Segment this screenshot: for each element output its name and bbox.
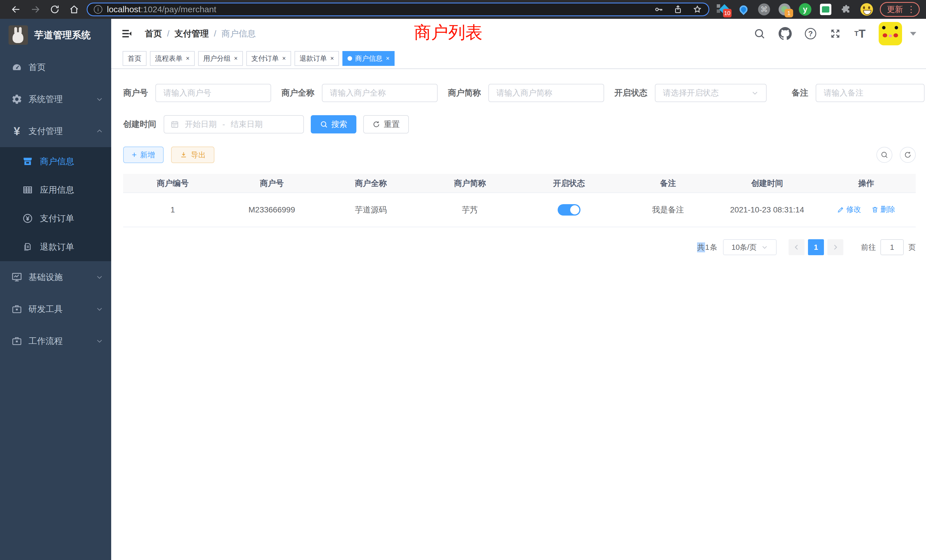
sidebar-toggle-icon[interactable] (121, 28, 133, 39)
breadcrumb-payment[interactable]: 支付管理 (174, 28, 209, 39)
user-avatar[interactable] (879, 22, 902, 45)
cell-operations: 修改 删除 (817, 193, 916, 227)
table-row: 1 M233666999 芋道源码 芋艿 我是备注 2021-10-23 08:… (123, 193, 916, 227)
short-name-input[interactable] (489, 84, 604, 102)
pagination: 共1条 10条/页 1 前往 页 (123, 239, 916, 255)
chevron-up-icon (96, 127, 103, 135)
browser-back-icon[interactable] (10, 4, 22, 15)
sidebar-item-payment[interactable]: ¥ 支付管理 (0, 115, 111, 147)
sidebar-item-dev-tools[interactable]: 研发工具 (0, 293, 111, 325)
app-logo-row[interactable]: 芋道管理系统 (0, 19, 111, 51)
cell-status (519, 193, 618, 227)
browser-toolbar: i localhost:1024/pay/merchant 10 ⌘ 1 y (0, 0, 926, 19)
page-size-select[interactable]: 10条/页 (723, 239, 776, 255)
extension-y-icon[interactable]: y (799, 3, 811, 16)
tab-home[interactable]: 首页 (123, 51, 147, 66)
sidebar-item-system[interactable]: 系统管理 (0, 83, 111, 115)
search-icon[interactable] (754, 28, 766, 39)
grid-icon (21, 185, 34, 195)
end-date-placeholder: 结束日期 (231, 119, 263, 130)
merchant-no-input[interactable] (155, 84, 271, 102)
briefcase-icon (10, 304, 24, 315)
status-select[interactable]: 请选择开启状态 (655, 84, 767, 102)
bookmark-star-icon[interactable] (693, 5, 702, 14)
font-size-icon[interactable]: TT (855, 27, 865, 40)
sidebar-item-workflow[interactable]: 工作流程 (0, 325, 111, 357)
help-icon[interactable]: ? (805, 28, 816, 39)
status-toggle[interactable] (558, 204, 581, 216)
briefcase-icon (10, 336, 24, 347)
fullscreen-icon[interactable] (829, 28, 841, 39)
filter-row-1: 商户号 商户全称 商户简称 开启状态 请选择开启状态 (123, 84, 916, 102)
extension-command-icon[interactable]: ⌘ (758, 3, 770, 16)
close-icon[interactable]: × (186, 55, 189, 62)
site-info-icon[interactable]: i (94, 5, 102, 14)
tags-view-bar: 首页 流程表单× 用户分组× 支付订单× 退款订单× 商户信息× (111, 48, 926, 69)
share-icon[interactable] (673, 5, 683, 14)
tab-pay-order[interactable]: 支付订单× (246, 51, 291, 66)
cell-short-name: 芋艿 (420, 193, 519, 227)
extensions-puzzle-icon[interactable] (840, 3, 852, 16)
remark-input[interactable] (816, 84, 924, 102)
extension-chat-icon[interactable] (819, 3, 832, 16)
create-time-range-picker[interactable]: 开始日期 - 结束日期 (163, 115, 304, 133)
extension-diamond-icon[interactable]: 10 (717, 3, 729, 16)
reset-button[interactable]: 重置 (363, 115, 409, 133)
edit-link[interactable]: 修改 (837, 204, 861, 215)
sidebar-item-home[interactable]: 首页 (0, 51, 111, 83)
tab-refund-order[interactable]: 退款订单× (295, 51, 339, 66)
page-unit-label: 页 (908, 242, 916, 252)
sidebar-item-refund-order[interactable]: 退款订单 (0, 233, 111, 261)
cell-create-time: 2021-10-23 08:31:14 (717, 193, 817, 227)
merchant-no-label: 商户号 (123, 87, 148, 98)
calendar-icon (171, 120, 179, 129)
store-icon (21, 156, 34, 167)
export-button[interactable]: 导出 (171, 147, 214, 163)
sidebar-item-app-info[interactable]: 应用信息 (0, 176, 111, 204)
browser-forward-icon[interactable] (30, 4, 41, 15)
github-icon[interactable] (779, 27, 792, 40)
browser-menu-icon[interactable]: ⋮ (907, 7, 915, 12)
goto-page-input[interactable] (881, 239, 904, 255)
extension-pin-icon[interactable] (737, 3, 750, 16)
browser-home-icon[interactable] (68, 4, 80, 15)
yen-circle-icon (21, 213, 34, 224)
gear-icon (10, 94, 24, 105)
close-icon[interactable]: × (386, 55, 389, 62)
breadcrumb-home[interactable]: 首页 (145, 28, 162, 39)
avatar-caret-icon[interactable] (910, 32, 916, 36)
add-button[interactable]: + 新增 (123, 147, 163, 163)
key-icon[interactable] (654, 5, 663, 14)
tab-merchant-info[interactable]: 商户信息× (342, 51, 395, 66)
close-icon[interactable]: × (234, 55, 238, 62)
breadcrumb-current: 商户信息 (221, 28, 256, 39)
page-number-button[interactable]: 1 (808, 239, 824, 255)
top-navbar: 首页 / 支付管理 / 商户信息 ? TT (111, 19, 926, 48)
tab-process-form[interactable]: 流程表单× (150, 51, 195, 66)
refresh-table-button[interactable] (900, 147, 916, 163)
browser-reload-icon[interactable] (49, 4, 61, 15)
extensions-area: 10 ⌘ 1 y (717, 3, 873, 16)
close-icon[interactable]: × (282, 55, 286, 62)
tab-user-group[interactable]: 用户分组× (198, 51, 243, 66)
start-date-placeholder: 开始日期 (185, 119, 217, 130)
sidebar-item-infrastructure[interactable]: 基础设施 (0, 261, 111, 293)
status-label: 开启状态 (614, 87, 648, 98)
url-bar[interactable]: i localhost:1024/pay/merchant (87, 3, 709, 16)
browser-update-button[interactable]: 更新 ⋮ (880, 2, 920, 17)
chevron-down-icon (761, 244, 768, 251)
prev-page-button[interactable] (788, 239, 805, 255)
sidebar-item-merchant-info[interactable]: 商户信息 (0, 147, 111, 176)
extension-emoji-icon[interactable] (861, 3, 873, 16)
search-button[interactable]: 搜索 (311, 115, 356, 133)
show-search-toggle-button[interactable] (876, 147, 892, 163)
next-page-button[interactable] (828, 239, 843, 255)
payment-submenu: 商户信息 应用信息 支付订单 退款订单 (0, 147, 111, 261)
active-dot-icon (348, 56, 352, 61)
sidebar-item-pay-order[interactable]: 支付订单 (0, 204, 111, 233)
table-toolbar: + 新增 导出 (123, 147, 916, 163)
full-name-input[interactable] (322, 84, 437, 102)
extension-session-icon[interactable]: 1 (778, 3, 791, 16)
delete-link[interactable]: 删除 (871, 204, 895, 215)
close-icon[interactable]: × (330, 55, 334, 62)
